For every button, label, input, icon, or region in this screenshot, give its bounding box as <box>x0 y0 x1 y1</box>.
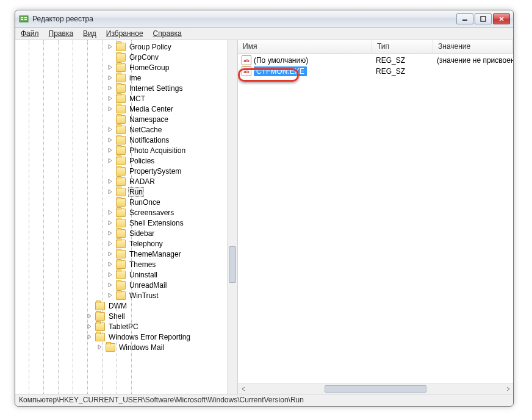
tree-item-label: NetCache <box>128 126 163 134</box>
tree-item[interactable]: Shell <box>86 311 237 321</box>
tree-item-label: Photo Acquisition <box>128 146 187 155</box>
tree-item[interactable]: Windows Error Reporting <box>86 332 237 342</box>
expand-icon[interactable] <box>86 323 93 330</box>
expand-icon[interactable] <box>107 126 113 133</box>
expand-icon[interactable] <box>107 137 113 143</box>
expand-icon[interactable] <box>107 209 113 216</box>
expand-icon[interactable] <box>107 43 113 50</box>
folder-icon <box>116 229 126 238</box>
menu-view[interactable]: Вид <box>79 28 101 39</box>
folder-icon <box>116 240 126 248</box>
tree-item[interactable]: Telephony <box>107 238 237 249</box>
expand-icon[interactable] <box>107 157 113 164</box>
scroll-left-icon[interactable] <box>238 384 248 394</box>
expand-icon[interactable] <box>107 54 113 60</box>
folder-icon <box>116 281 126 290</box>
tree-item-label: RunOnce <box>128 198 162 207</box>
list-header: Имя Тип Значение <box>238 40 513 54</box>
expand-icon[interactable] <box>96 344 103 351</box>
column-value[interactable]: Значение <box>433 40 513 53</box>
expand-icon[interactable] <box>107 74 113 81</box>
menu-edit[interactable]: Правка <box>45 28 78 39</box>
tree-item[interactable]: WinTrust <box>107 290 237 301</box>
tree-item[interactable]: RADAR <box>107 176 237 187</box>
tree-item[interactable]: ThemeManager <box>107 249 237 259</box>
expand-icon[interactable] <box>107 199 113 205</box>
expand-icon[interactable] <box>107 178 113 185</box>
tree-item[interactable]: Media Center <box>107 104 237 114</box>
expand-icon[interactable] <box>107 292 113 299</box>
minimize-button[interactable] <box>456 13 473 24</box>
tree-item[interactable]: UnreadMail <box>107 280 237 290</box>
tree-item[interactable]: Themes <box>107 259 237 269</box>
tree-item-label: HomeGroup <box>128 63 170 72</box>
window-frame: Редактор реестра Файл Правка Вид Избранн… <box>15 10 514 407</box>
expand-icon[interactable] <box>107 116 113 123</box>
tree-item[interactable]: PropertySystem <box>107 166 237 176</box>
expand-icon[interactable] <box>107 64 113 71</box>
folder-icon <box>116 74 126 82</box>
tree-item[interactable]: Screensavers <box>107 207 237 218</box>
titlebar[interactable]: Редактор реестра <box>15 10 513 27</box>
tree-item[interactable]: Run <box>107 187 237 197</box>
maximize-button[interactable] <box>475 13 492 24</box>
menu-file[interactable]: Файл <box>16 28 43 39</box>
list-row[interactable]: ab(По умолчанию)REG_SZ(значение не присв… <box>238 55 513 66</box>
close-button[interactable] <box>493 13 510 24</box>
tree-item[interactable]: Policies <box>107 155 237 166</box>
tree-item[interactable]: NetCache <box>107 124 237 135</box>
list-body[interactable]: ab(По умолчанию)REG_SZ(значение не присв… <box>238 54 513 383</box>
tree-item-label: Windows Error Reporting <box>107 333 192 341</box>
expand-icon[interactable] <box>86 333 93 340</box>
tree-item[interactable]: Photo Acquisition <box>107 145 237 155</box>
menu-favorites[interactable]: Избранное <box>102 28 148 39</box>
expand-icon[interactable] <box>107 261 113 268</box>
column-name[interactable]: Имя <box>238 40 372 53</box>
tree-item[interactable]: Notifications <box>107 135 237 145</box>
tree-item[interactable]: RunOnce <box>107 197 237 207</box>
tree-item[interactable]: GrpConv <box>107 52 237 62</box>
list-h-scrollbar[interactable] <box>238 383 513 394</box>
tree-item[interactable]: Namespace <box>107 114 237 124</box>
folder-icon <box>116 188 126 196</box>
expand-icon[interactable] <box>107 219 113 226</box>
menu-help[interactable]: Справка <box>149 28 186 39</box>
expand-icon[interactable] <box>107 85 113 91</box>
tree-scrollbar[interactable] <box>227 40 237 394</box>
tree-item[interactable]: Group Policy <box>107 41 237 52</box>
scrollbar-thumb[interactable] <box>229 246 236 283</box>
value-type: REG_SZ <box>372 67 433 76</box>
list-row[interactable]: abCTFMON.EXEREG_SZ <box>238 66 513 77</box>
column-type[interactable]: Тип <box>372 40 433 53</box>
expand-icon[interactable] <box>86 313 93 319</box>
tree-item-label: TabletPC <box>107 322 140 331</box>
folder-icon <box>116 167 126 176</box>
tree-item[interactable]: Uninstall <box>107 269 237 280</box>
expand-icon[interactable] <box>107 105 113 112</box>
expand-icon[interactable] <box>107 147 113 154</box>
tree-item-label: Telephony <box>128 240 164 248</box>
expand-icon[interactable] <box>107 240 113 247</box>
tree-item[interactable]: HomeGroup <box>107 62 237 73</box>
tree-item[interactable]: Internet Settings <box>107 83 237 93</box>
folder-icon <box>116 250 126 258</box>
expand-icon[interactable] <box>107 251 113 257</box>
tree-item[interactable]: TabletPC <box>86 321 237 332</box>
scroll-right-icon[interactable] <box>503 384 513 394</box>
tree-item[interactable]: ime <box>107 73 237 83</box>
scrollbar-thumb[interactable] <box>325 385 426 393</box>
expand-icon[interactable] <box>107 95 113 102</box>
expand-icon[interactable] <box>86 302 93 309</box>
tree-item[interactable]: Shell Extensions <box>107 218 237 228</box>
folder-icon <box>116 260 126 269</box>
expand-icon[interactable] <box>107 271 113 278</box>
expand-icon[interactable] <box>107 188 113 195</box>
expand-icon[interactable] <box>107 168 113 174</box>
expand-icon[interactable] <box>107 230 113 237</box>
tree-item[interactable]: Sidebar <box>107 228 237 238</box>
expand-icon[interactable] <box>107 282 113 288</box>
tree-item[interactable]: Windows Mail <box>96 342 237 352</box>
tree-item[interactable]: DWM <box>86 301 237 311</box>
svg-rect-3 <box>24 17 27 18</box>
tree-item[interactable]: MCT <box>107 93 237 104</box>
